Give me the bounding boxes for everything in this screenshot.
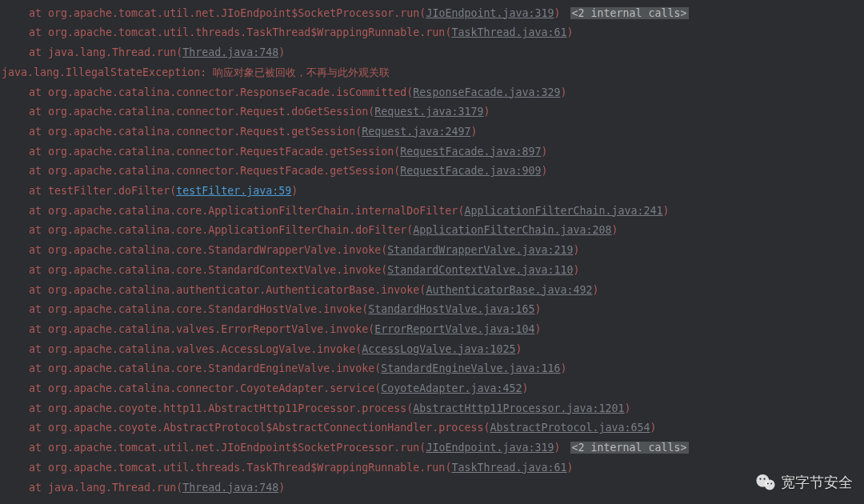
at-keyword: at	[29, 146, 48, 158]
source-link[interactable]: Thread.java:748	[182, 482, 278, 494]
stack-frame: at org.apache.catalina.valves.AccessLogV…	[0, 340, 864, 360]
at-keyword: at	[29, 303, 48, 315]
at-keyword: at	[29, 244, 48, 256]
stack-frame: at org.apache.catalina.core.StandardWrap…	[0, 241, 864, 261]
source-link[interactable]: ErrorReportValve.java:104	[374, 323, 534, 335]
source-link[interactable]: AccessLogValve.java:1025	[362, 343, 515, 355]
source-link[interactable]: testFilter.java:59	[176, 185, 291, 197]
source-link[interactable]: AuthenticatorBase.java:492	[426, 284, 592, 296]
at-keyword: at	[29, 462, 48, 474]
at-keyword: at	[29, 343, 48, 355]
exception-class: java.lang.IllegalStateException	[2, 66, 200, 78]
at-keyword: at	[29, 323, 48, 335]
at-keyword: at	[29, 224, 48, 236]
method-path: org.apache.catalina.core.StandardContext…	[48, 264, 381, 276]
source-link[interactable]: Request.java:2497	[362, 126, 470, 138]
internal-calls-note: <2 internal calls>	[570, 442, 689, 454]
method-path: org.apache.coyote.AbstractProtocol$Abstr…	[48, 422, 483, 434]
at-keyword: at	[29, 185, 48, 197]
stack-frame: at org.apache.coyote.http11.AbstractHttp…	[0, 399, 864, 419]
stack-frame: at org.apache.catalina.connector.Request…	[0, 102, 864, 122]
stack-frame: at org.apache.tomcat.util.net.JIoEndpoin…	[0, 4, 864, 24]
source-link[interactable]: StandardHostValve.java:165	[368, 303, 534, 315]
source-link[interactable]: JIoEndpoint.java:319	[426, 442, 554, 454]
stack-frame: at org.apache.catalina.core.StandardEngi…	[0, 359, 864, 379]
at-keyword: at	[29, 442, 48, 454]
source-link[interactable]: StandardEngineValve.java:116	[381, 362, 560, 374]
method-path: org.apache.catalina.connector.Request.do…	[48, 106, 368, 118]
method-path: org.apache.tomcat.util.net.JIoEndpoint$S…	[48, 7, 419, 19]
at-keyword: at	[29, 284, 48, 296]
stack-trace-viewer: at org.apache.coyote.AbstractProtocol$Ab…	[0, 0, 864, 498]
source-link[interactable]: ResponseFacade.java:329	[413, 86, 560, 98]
stack-frame: at org.apache.coyote.AbstractProtocol$Ab…	[0, 418, 864, 438]
source-link[interactable]: StandardWrapperValve.java:219	[387, 244, 573, 256]
method-path: org.apache.catalina.connector.Request.ge…	[48, 126, 355, 138]
source-link[interactable]: Thread.java:748	[182, 46, 278, 58]
method-path: org.apache.catalina.connector.ResponseFa…	[48, 86, 406, 98]
source-link[interactable]: TaskThread.java:61	[451, 26, 566, 38]
method-path: java.lang.Thread.run	[48, 482, 176, 494]
method-path: org.apache.coyote.http11.AbstractHttp11P…	[48, 402, 406, 414]
at-keyword: at	[29, 46, 48, 58]
stack-frame: at org.apache.catalina.authenticator.Aut…	[0, 281, 864, 301]
at-keyword: at	[29, 26, 48, 38]
source-link[interactable]: TaskThread.java:61	[451, 462, 566, 474]
stack-frame: at org.apache.catalina.connector.Request…	[0, 162, 864, 182]
source-link[interactable]: JIoEndpoint.java:319	[426, 7, 554, 19]
method-path: org.apache.catalina.authenticator.Authen…	[48, 284, 419, 296]
stack-frame: at org.apache.catalina.connector.Request…	[0, 142, 864, 162]
method-path: testFilter.doFilter	[48, 185, 170, 197]
at-keyword: at	[29, 106, 48, 118]
stack-frame: at org.apache.catalina.core.ApplicationF…	[0, 202, 864, 222]
method-path: org.apache.catalina.valves.AccessLogValv…	[48, 343, 355, 355]
exception-message: 响应对象已被回收，不再与此外观关联	[213, 66, 390, 78]
stack-frame: at org.apache.catalina.core.StandardHost…	[0, 300, 864, 320]
stack-frame: at org.apache.catalina.connector.Respons…	[0, 83, 864, 103]
source-link[interactable]: ApplicationFilterChain.java:208	[413, 224, 611, 236]
at-keyword: at	[29, 422, 48, 434]
method-path: org.apache.catalina.valves.ErrorReportVa…	[48, 323, 368, 335]
source-link[interactable]: ApplicationFilterChain.java:241	[464, 205, 662, 217]
method-path: org.apache.tomcat.util.net.JIoEndpoint$S…	[48, 442, 419, 454]
stack-frame: at org.apache.catalina.valves.ErrorRepor…	[0, 320, 864, 340]
method-path: java.lang.Thread.run	[48, 46, 176, 58]
method-path: org.apache.tomcat.util.threads.TaskThrea…	[48, 26, 445, 38]
source-link[interactable]: CoyoteAdapter.java:452	[381, 382, 522, 394]
stack-frame: at java.lang.Thread.run(Thread.java:748)	[0, 43, 864, 63]
at-keyword: at	[29, 126, 48, 138]
method-path: org.apache.catalina.connector.RequestFac…	[48, 146, 394, 158]
exception-line: java.lang.IllegalStateException: 响应对象已被回…	[0, 63, 864, 83]
source-link[interactable]: AbstractProtocol.java:654	[490, 422, 650, 434]
at-keyword: at	[29, 482, 48, 494]
method-path: org.apache.catalina.core.ApplicationFilt…	[48, 205, 458, 217]
at-keyword: at	[29, 7, 48, 19]
at-keyword: at	[29, 402, 48, 414]
method-path: org.apache.catalina.connector.CoyoteAdap…	[48, 382, 374, 394]
method-path: org.apache.catalina.connector.RequestFac…	[48, 165, 394, 177]
method-path: org.apache.catalina.core.StandardHostVal…	[48, 303, 362, 315]
stack-frame: at java.lang.Thread.run(Thread.java:748)	[0, 478, 864, 498]
source-link[interactable]: AbstractHttp11Processor.java:1201	[413, 402, 624, 414]
source-link[interactable]: RequestFacade.java:909	[400, 165, 541, 177]
method-path: org.apache.catalina.core.StandardWrapper…	[48, 244, 381, 256]
at-keyword: at	[29, 205, 48, 217]
stack-frame: at org.apache.tomcat.util.threads.TaskTh…	[0, 23, 864, 43]
stack-frame: at org.apache.tomcat.util.threads.TaskTh…	[0, 458, 864, 478]
at-keyword: at	[29, 86, 48, 98]
stack-frame: at org.apache.catalina.connector.CoyoteA…	[0, 379, 864, 399]
source-link[interactable]: RequestFacade.java:897	[400, 146, 541, 158]
source-link[interactable]: Request.java:3179	[374, 106, 483, 118]
method-path: org.apache.tomcat.util.threads.TaskThrea…	[48, 462, 445, 474]
method-path: org.apache.catalina.core.StandardEngineV…	[48, 362, 374, 374]
at-keyword: at	[29, 264, 48, 276]
stack-frame: at org.apache.catalina.core.StandardCont…	[0, 261, 864, 281]
at-keyword: at	[29, 382, 48, 394]
stack-frame: at testFilter.doFilter(testFilter.java:5…	[0, 182, 864, 202]
stack-frame: at org.apache.catalina.core.ApplicationF…	[0, 221, 864, 241]
at-keyword: at	[29, 165, 48, 177]
stack-frame: at org.apache.tomcat.util.net.JIoEndpoin…	[0, 438, 864, 458]
stack-frame: at org.apache.catalina.connector.Request…	[0, 122, 864, 142]
source-link[interactable]: StandardContextValve.java:110	[387, 264, 573, 276]
at-keyword: at	[29, 362, 48, 374]
